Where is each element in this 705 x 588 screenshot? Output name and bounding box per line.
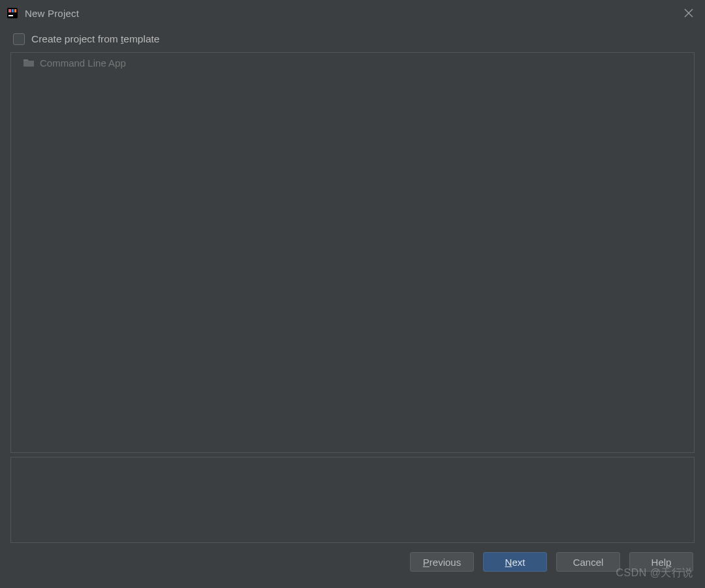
close-button[interactable] [679, 3, 698, 23]
btn-rest: ext [512, 557, 525, 568]
btn-label: Cancel [573, 557, 604, 568]
help-button[interactable]: Help [629, 552, 693, 572]
dialog-button-row: Previous Next Cancel Help [10, 552, 695, 572]
titlebar: New Project [0, 0, 705, 26]
template-description-panel [10, 457, 695, 543]
create-from-template-label[interactable]: Create project from template [31, 33, 159, 45]
previous-button[interactable]: Previous [410, 552, 474, 572]
btn-pre: Hel [651, 557, 666, 568]
app-icon [7, 7, 18, 19]
create-from-template-checkbox[interactable] [13, 33, 25, 45]
template-list-panel[interactable]: Command Line App [10, 52, 695, 453]
template-checkbox-row: Create project from template [10, 26, 695, 52]
dialog-content: Create project from template Command Lin… [0, 26, 705, 588]
btn-mn: p [666, 557, 671, 568]
btn-mn: N [505, 557, 512, 568]
cancel-button[interactable]: Cancel [556, 552, 620, 572]
btn-mn: P [423, 557, 430, 568]
window-title: New Project [25, 8, 679, 19]
folder-icon [23, 58, 35, 67]
new-project-dialog: New Project Create project from template [0, 0, 705, 588]
label-pre: Create project from [31, 33, 121, 44]
list-item: Command Line App [11, 53, 694, 72]
svg-rect-2 [12, 9, 14, 12]
btn-rest: revious [430, 557, 461, 568]
next-button[interactable]: Next [483, 552, 547, 572]
svg-rect-4 [8, 15, 13, 16]
label-post: emplate [123, 33, 159, 44]
list-item-label: Command Line App [40, 57, 126, 69]
svg-rect-1 [8, 9, 11, 12]
svg-rect-3 [14, 9, 16, 12]
